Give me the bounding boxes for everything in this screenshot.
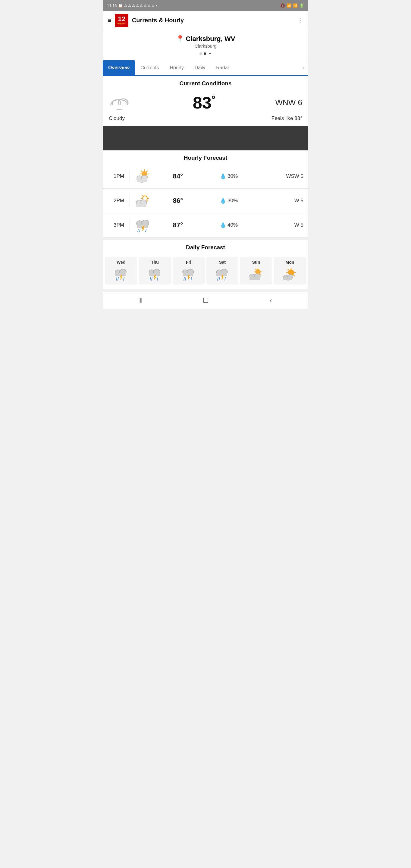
hourly-row-2pm: 2PM 86° 💧 30% W 5 [103, 189, 308, 213]
bottom-menu-button[interactable]: ⦀ [139, 297, 142, 304]
daily-icon-sun [249, 267, 263, 281]
svg-line-49 [150, 277, 151, 280]
nav-tabs: Overview Currents Hourly Daily Radar › [103, 60, 308, 76]
battery-icon: 🔋 [299, 3, 304, 8]
svg-line-34 [139, 229, 140, 232]
clipboard-icon: 📋 [118, 3, 123, 8]
hourly-icon-2 [135, 193, 151, 209]
more-options-button[interactable]: ⋮ [297, 17, 304, 24]
daily-icon-wed [114, 267, 128, 281]
daily-card-sat: Sat [207, 257, 238, 284]
pin-icon: 📍 [176, 35, 184, 43]
svg-line-42 [118, 277, 119, 280]
channel-logo: 12 WBOY [115, 14, 128, 27]
svg-line-66 [219, 277, 220, 280]
svg-line-73 [255, 269, 256, 270]
daily-day-wed: Wed [117, 260, 125, 265]
bottom-back-button[interactable]: ‹ [270, 297, 272, 304]
tab-hourly[interactable]: Hourly [164, 60, 189, 75]
current-conditions-section: Current Conditions 83° WNW 6 Cloudy Feel… [103, 76, 308, 126]
svg-line-9 [141, 171, 142, 172]
daily-day-fri: Fri [186, 260, 191, 265]
tabs-more-button[interactable]: › [299, 60, 308, 75]
status-bar: 11:16 📋 ⚠ ⚠ ⚠ ⚠ ⚠ ⚠ ⚠ ⚠ • 🔇 📶 📶 🔋 [103, 0, 308, 11]
bottom-home-button[interactable]: ☐ [203, 297, 209, 304]
hourly-wind-3: W 5 [255, 222, 304, 228]
hourly-wind-2: W 5 [255, 198, 304, 204]
svg-line-50 [152, 277, 152, 280]
app-header: ≡ 12 WBOY Currents & Hourly ⋮ [103, 11, 308, 30]
tab-radar[interactable]: Radar [211, 60, 235, 75]
svg-rect-3 [111, 104, 128, 110]
hourly-precip-3: 💧 40% [205, 222, 253, 228]
svg-rect-27 [136, 204, 147, 207]
hourly-row-3pm: 3PM 87° 💧 40% W 5 [103, 213, 308, 238]
svg-rect-55 [183, 273, 193, 276]
hourly-time-3: 3PM [107, 222, 124, 228]
menu-button[interactable]: ≡ [107, 17, 112, 24]
hourly-precip-1: 💧 30% [205, 173, 253, 180]
svg-line-67 [225, 277, 225, 280]
svg-line-35 [146, 229, 146, 232]
location-section: 📍 Clarksburg, WV Clarksburg + [103, 30, 308, 60]
feels-like-label: Feels like 88° [272, 116, 302, 121]
daily-day-sat: Sat [219, 260, 226, 265]
hourly-wind-1: WSW 5 [255, 173, 304, 179]
hourly-icon-3 [135, 217, 151, 233]
svg-rect-78 [250, 277, 260, 280]
daily-grid: Wed Thu [103, 254, 308, 289]
daily-forecast-title: Daily Forecast [103, 240, 308, 254]
daily-icon-sat [215, 267, 230, 281]
cloud-icon [109, 94, 133, 112]
daily-card-mon: Mon [274, 257, 306, 284]
hourly-temp-1: 84° [154, 173, 202, 180]
svg-rect-47 [149, 273, 160, 276]
drop-icon-1: 💧 [220, 173, 226, 180]
status-time: 11:16 [107, 3, 117, 8]
page-title: Currents & Hourly [132, 17, 184, 24]
tab-overview[interactable]: Overview [103, 60, 135, 75]
daily-card-sun: Sun [240, 257, 272, 284]
daily-day-mon: Mon [286, 260, 294, 265]
svg-rect-63 [216, 273, 227, 276]
add-location-button[interactable]: + [209, 51, 211, 56]
svg-line-57 [184, 277, 184, 280]
daily-icon-thu [148, 267, 162, 281]
hourly-icon-1 [135, 168, 151, 184]
daily-card-thu: Thu [139, 257, 171, 284]
hourly-forecast-title: Hourly Forecast [103, 150, 308, 164]
signal-icon: 📶 [293, 3, 298, 8]
dot-2[interactable] [204, 53, 206, 55]
svg-rect-39 [115, 273, 126, 276]
location-city[interactable]: 📍 Clarksburg, WV [103, 35, 308, 43]
mute-icon: 🔇 [280, 3, 285, 8]
daily-day-thu: Thu [151, 260, 159, 265]
location-dots: + [103, 51, 308, 56]
temperature-display: 83° [193, 93, 216, 113]
hourly-temp-2: 86° [154, 197, 202, 205]
dot-1[interactable] [199, 53, 202, 55]
bottom-nav: ⦀ ☐ ‹ [103, 292, 308, 309]
dot-indicator: • [156, 3, 157, 8]
location-sub: Clarksburg [103, 43, 308, 49]
hourly-row-1pm: 1PM 84° 💧 30% WSW 5 [103, 164, 308, 189]
current-conditions-title: Current Conditions [103, 76, 308, 90]
svg-line-12 [147, 171, 147, 172]
daily-icon-mon [283, 267, 297, 281]
svg-line-43 [124, 277, 124, 280]
svg-rect-89 [283, 278, 292, 280]
hourly-precip-2: 💧 30% [205, 197, 253, 204]
svg-line-23 [147, 200, 148, 201]
daily-icon-fri [181, 267, 196, 281]
warning-icons: ⚠ ⚠ ⚠ ⚠ ⚠ ⚠ ⚠ ⚠ [124, 4, 155, 7]
daily-card-wed: Wed [105, 257, 137, 284]
daily-card-fri: Fri [173, 257, 204, 284]
svg-line-41 [116, 277, 117, 280]
tab-currents[interactable]: Currents [135, 60, 164, 75]
tab-daily[interactable]: Daily [189, 60, 211, 75]
drop-icon-2: 💧 [220, 197, 226, 204]
svg-line-22 [142, 195, 143, 196]
svg-rect-16 [137, 179, 147, 182]
svg-line-85 [293, 275, 294, 276]
svg-line-58 [185, 277, 186, 280]
